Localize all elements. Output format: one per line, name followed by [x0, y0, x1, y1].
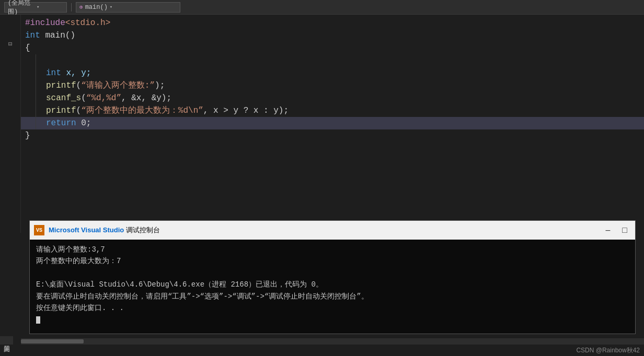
token-str1: “请输入两个整数:” [81, 79, 155, 92]
indent-guide [36, 54, 36, 67]
console-line-4: E:\桌面\Visual Studio\4.6\Debug\4.6.exe（进程… [36, 279, 629, 290]
token-main: main() [40, 29, 75, 42]
console-title-suffix: 调试控制台 [126, 226, 160, 234]
func-dropdown[interactable]: ⊕ main() ▾ [76, 2, 180, 13]
console-app-icon: VS [34, 225, 44, 235]
console-cursor [36, 316, 40, 324]
token-scanf: scanf_s [46, 92, 81, 104]
code-line-9: return 0; [21, 117, 644, 129]
console-line-2: 两个整数中的最大数为：7 [36, 255, 629, 267]
indent-guide-9 [36, 117, 36, 129]
code-line-1: #include<stdio.h> [21, 17, 644, 29]
token-printf1: printf [46, 79, 76, 92]
token-paren2: ( [76, 104, 82, 117]
token-scanf-args: , &x, &y); [121, 92, 171, 104]
toolbar-separator [71, 3, 72, 11]
code-line-6: printf ( “请输入两个整数:” ); [21, 79, 644, 92]
indent-guide-5 [36, 67, 36, 79]
code-line-14 [21, 180, 644, 192]
console-line-3 [36, 267, 629, 279]
token-return-val: 0; [76, 117, 91, 129]
token-xy-vars: x, y; [61, 67, 91, 79]
console-minimize-button[interactable]: – [602, 224, 614, 236]
token-paren1-close: ); [155, 79, 165, 92]
watermark-text: CSDN @Rainbow秋42 [576, 347, 640, 354]
func-arrow: ▾ [110, 4, 112, 10]
editor-left-margin: ⊟ [0, 15, 21, 233]
code-content: #include<stdio.h> int main() { int x, y;… [21, 15, 644, 233]
console-line-1: 请输入两个整数:3,7 [36, 244, 629, 255]
code-editor: ⊟ #include<stdio.h> int main() { int x, … [0, 15, 644, 233]
console-line-6: 按任意键关闭此窗口. . . [36, 302, 629, 314]
token-printf2-args: , x > y ? x : y); [203, 104, 289, 117]
console-cursor-line [36, 314, 629, 325]
indent-guide-6 [36, 79, 36, 92]
console-line-5: 要在调试停止时自动关闭控制台，请启用“工具”->“选项”->“调试”->“调试停… [36, 291, 629, 302]
func-label: main() [85, 4, 108, 11]
code-line-13 [21, 167, 644, 180]
console-title-vs: Microsoft Visual Studio [49, 226, 124, 234]
token-return: return [46, 117, 76, 129]
code-line-10: } [21, 129, 644, 142]
code-line-11 [21, 142, 644, 155]
code-line-7: scanf_s ( “%d,%d” , &x, &y); [21, 92, 644, 104]
scrollbar-thumb[interactable] [21, 339, 84, 343]
token-str2: “%d,%d” [86, 92, 121, 104]
indent-guide-8 [36, 104, 36, 117]
code-line-8: printf ( “两个整数中的最大数为：%d\n” , x > y ? x :… [21, 104, 644, 117]
code-line-4 [21, 54, 644, 67]
token-str3: “两个整数中的最大数为：%d\n” [81, 104, 203, 117]
console-titlebar: VS Microsoft Visual Studio 调试控制台 – □ [30, 221, 635, 240]
horizontal-scrollbar[interactable] [21, 338, 644, 345]
scope-label: (全局范围) [8, 0, 34, 16]
left-panel-tab[interactable]: 关问题 [0, 336, 13, 345]
console-output: 请输入两个整数:3,7 两个整数中的最大数为：7 E:\桌面\Visual St… [30, 240, 635, 334]
token-paren1: ( [76, 79, 82, 92]
indent-guide-7 [36, 92, 36, 104]
code-line-2: int main() [21, 29, 644, 42]
token-int-kw: int [25, 29, 40, 42]
code-line-12 [21, 155, 644, 167]
top-toolbar: (全局范围) ▾ ⊕ main() ▾ [0, 0, 644, 15]
watermark: CSDN @Rainbow秋42 [576, 346, 640, 355]
console-maximize-button[interactable]: □ [618, 224, 631, 236]
token-include-file: <stdio.h> [65, 17, 110, 29]
token-include: #include [25, 17, 65, 29]
token-open-brace: { [25, 42, 30, 54]
collapse-icon[interactable]: ⊟ [8, 41, 12, 48]
scope-dropdown[interactable]: (全局范围) ▾ [4, 2, 67, 13]
token-printf2: printf [46, 104, 76, 117]
token-scanf-paren: ( [81, 92, 86, 104]
token-int-xy: int [46, 67, 61, 79]
code-line-5: int x, y; [21, 67, 644, 79]
func-icon: ⊕ [79, 4, 83, 10]
console-title: Microsoft Visual Studio 调试控制台 [49, 226, 597, 235]
console-window: VS Microsoft Visual Studio 调试控制台 – □ 请输入… [29, 220, 636, 334]
code-line-3: { [21, 42, 644, 54]
token-close-brace: } [25, 129, 30, 142]
scope-arrow: ▾ [37, 4, 63, 10]
